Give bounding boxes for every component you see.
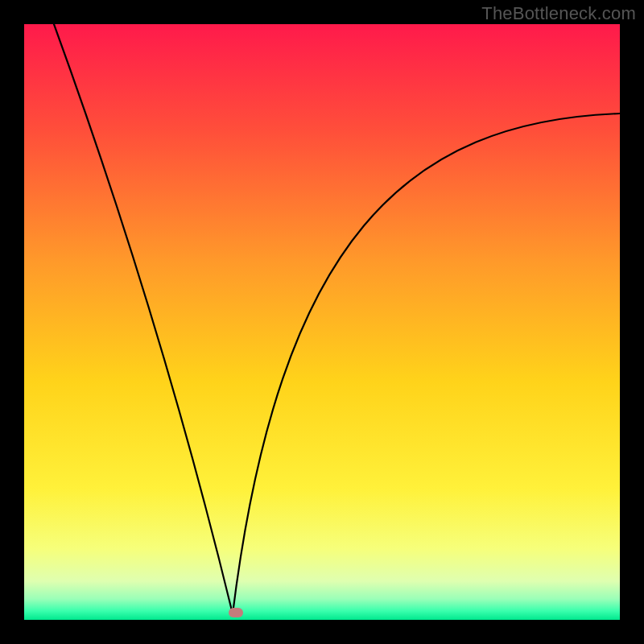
attribution-label: TheBottleneck.com xyxy=(481,3,636,24)
bottleneck-curve-layer xyxy=(24,24,620,620)
chart-stage: TheBottleneck.com xyxy=(0,0,644,644)
optimal-point-marker xyxy=(229,608,243,617)
bottleneck-curve xyxy=(54,24,620,614)
plot-area xyxy=(24,24,620,620)
